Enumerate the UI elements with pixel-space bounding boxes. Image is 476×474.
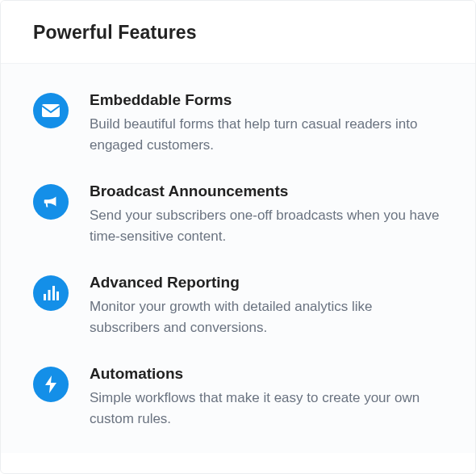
- card-header: Powerful Features: [1, 1, 475, 63]
- feature-item: Embeddable Forms Build beautiful forms t…: [33, 91, 443, 155]
- card-title: Powerful Features: [33, 22, 443, 44]
- svg-rect-0: [42, 104, 60, 117]
- feature-desc: Monitor your growth with detailed analyt…: [90, 296, 443, 338]
- feature-text: Embeddable Forms Build beautiful forms t…: [90, 91, 443, 155]
- feature-desc: Send your subscribers one-off broadcasts…: [90, 205, 443, 246]
- feature-text: Automations Simple workflows that make i…: [90, 365, 443, 429]
- features-card: Powerful Features Embeddable Forms Build…: [0, 0, 476, 474]
- svg-rect-3: [52, 286, 55, 300]
- svg-rect-2: [48, 290, 51, 300]
- svg-rect-1: [44, 294, 46, 300]
- chart-icon: [33, 275, 69, 311]
- feature-desc: Simple workflows that make it easy to cr…: [90, 388, 443, 429]
- feature-desc: Build beautiful forms that help turn cas…: [90, 114, 443, 155]
- feature-item: Advanced Reporting Monitor your growth w…: [33, 274, 443, 338]
- card-body: Embeddable Forms Build beautiful forms t…: [1, 63, 475, 453]
- svg-rect-4: [56, 292, 59, 300]
- mail-icon: [33, 93, 69, 128]
- feature-title: Embeddable Forms: [90, 91, 443, 109]
- megaphone-icon: [33, 184, 69, 220]
- feature-item: Automations Simple workflows that make i…: [33, 365, 443, 429]
- bolt-icon: [33, 367, 69, 402]
- feature-text: Broadcast Announcements Send your subscr…: [90, 182, 443, 246]
- feature-title: Broadcast Announcements: [90, 182, 443, 200]
- feature-text: Advanced Reporting Monitor your growth w…: [90, 274, 443, 338]
- feature-item: Broadcast Announcements Send your subscr…: [33, 182, 443, 246]
- feature-title: Automations: [90, 365, 443, 383]
- feature-title: Advanced Reporting: [90, 274, 443, 292]
